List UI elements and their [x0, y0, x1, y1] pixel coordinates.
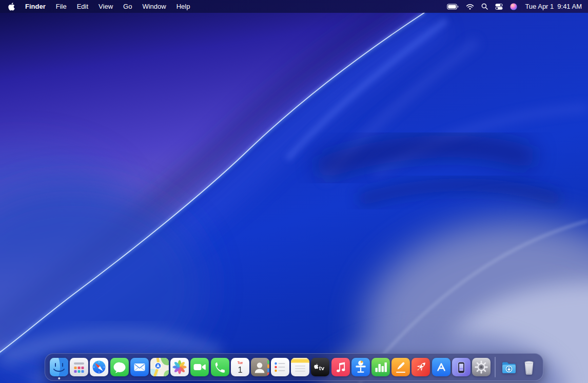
apple-menu[interactable] [3, 0, 20, 13]
dock-item-app-store[interactable] [432, 358, 450, 376]
system-settings-icon [472, 358, 491, 376]
apple-icon [8, 3, 15, 11]
dock-item-messages[interactable] [110, 358, 129, 376]
status-wifi[interactable] [462, 0, 478, 13]
clock-time: 9:41 AM [557, 3, 582, 10]
music-icon [331, 358, 350, 376]
tv-label: tv [319, 365, 325, 371]
menu-item-edit[interactable]: Edit [72, 0, 93, 13]
keynote-icon [351, 358, 370, 376]
menu-item-finder[interactable]: Finder [20, 0, 51, 13]
dock-item-tv[interactable]: tv [311, 358, 329, 376]
rocket-icon [411, 358, 430, 376]
facetime-icon [190, 358, 209, 376]
status-battery[interactable] [443, 0, 462, 13]
dock-item-finder[interactable] [50, 358, 68, 376]
dock-item-launchpad[interactable] [70, 358, 88, 376]
menu-bar: Finder File Edit View Go Window Help [0, 0, 588, 13]
contacts-icon [251, 358, 269, 376]
menu-item-view[interactable]: View [93, 0, 118, 13]
maps-icon [150, 358, 169, 376]
photos-icon [170, 358, 189, 376]
menu-bar-left: Finder File Edit View Go Window Help [0, 0, 195, 13]
reminders-icon [271, 358, 289, 376]
menu-item-help[interactable]: Help [171, 0, 195, 13]
numbers-icon [371, 358, 390, 376]
menu-item-go[interactable]: Go [118, 0, 137, 13]
dock-item-contacts[interactable] [251, 358, 269, 376]
dock-item-calendar[interactable]: Tue 1 [231, 358, 249, 376]
menu-bar-clock[interactable]: Tue Apr 1 9:41 AM [521, 0, 585, 13]
calendar-day: 1 [238, 365, 242, 374]
messages-icon [110, 358, 129, 376]
menu-item-file[interactable]: File [51, 0, 72, 13]
calendar-weekday: Tue [237, 361, 243, 365]
dock-item-pages[interactable] [391, 358, 410, 376]
menu-bar-right: Tue Apr 1 9:41 AM [443, 0, 588, 13]
wifi-icon [466, 4, 474, 10]
dock-divider [495, 357, 496, 377]
calendar-icon: Tue 1 [231, 358, 249, 376]
dock-item-trash[interactable] [520, 358, 538, 376]
dock-item-numbers[interactable] [371, 358, 390, 376]
dock-item-notes[interactable] [291, 358, 309, 376]
search-icon [481, 3, 488, 10]
dock-item-rocket[interactable] [411, 358, 430, 376]
dock: Tue 1 [45, 353, 543, 381]
dock-item-music[interactable] [331, 358, 350, 376]
dock-item-iphone-mirroring[interactable] [452, 358, 471, 376]
wallpaper-image [0, 0, 588, 383]
control-center-icon [495, 4, 503, 10]
dock-item-mail[interactable] [130, 358, 149, 376]
phone-icon [211, 358, 229, 376]
running-indicator [58, 377, 60, 379]
clock-date: Tue Apr 1 [525, 3, 554, 10]
menu-item-window[interactable]: Window [137, 0, 171, 13]
safari-icon [90, 358, 108, 376]
notes-icon [291, 358, 309, 376]
dock-item-safari[interactable] [90, 358, 108, 376]
dock-item-facetime[interactable] [190, 358, 209, 376]
dock-item-phone[interactable] [211, 358, 229, 376]
downloads-folder-icon [500, 358, 518, 376]
dock-item-maps[interactable] [150, 358, 169, 376]
mail-icon [130, 358, 149, 376]
desktop[interactable]: Finder File Edit View Go Window Help [0, 0, 588, 383]
status-siri[interactable] [506, 0, 521, 13]
dock-item-reminders[interactable] [271, 358, 289, 376]
app-store-icon [432, 358, 450, 376]
tv-icon: tv [311, 358, 329, 376]
siri-icon [510, 3, 517, 10]
pages-icon [391, 358, 410, 376]
finder-icon [50, 358, 68, 376]
trash-icon [520, 358, 538, 376]
battery-icon [447, 4, 459, 10]
launchpad-icon [70, 358, 88, 376]
dock-item-downloads[interactable] [500, 358, 518, 376]
status-control-center[interactable] [492, 0, 506, 13]
status-spotlight[interactable] [478, 0, 492, 13]
dock-item-system-settings[interactable] [472, 358, 491, 376]
dock-item-photos[interactable] [170, 358, 189, 376]
dock-item-keynote[interactable] [351, 358, 370, 376]
iphone-mirroring-icon [452, 358, 471, 376]
